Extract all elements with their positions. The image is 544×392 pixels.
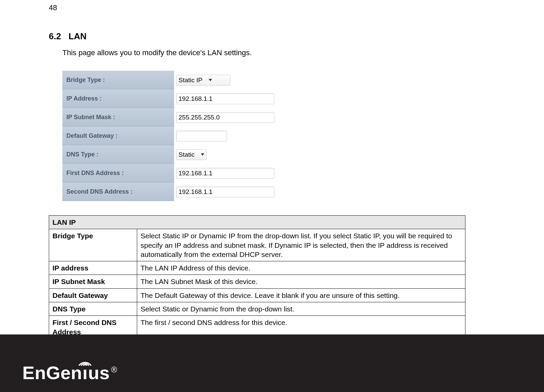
label-first-dns: First DNS Address : (62, 164, 174, 182)
label-subnet-mask: IP Subnet Mask : (62, 108, 174, 127)
row-ip-address: IP Address : (62, 89, 283, 108)
table-row: DNS Type Select Static or Dynamic from t… (49, 302, 465, 316)
table-desc: Select Static or Dynamic from the drop-d… (137, 302, 465, 316)
label-bridge-type: Bridge Type : (62, 71, 174, 89)
registered-mark: ® (111, 365, 117, 374)
first-dns-input[interactable] (176, 168, 274, 179)
label-second-dns: Second DNS Address : (62, 182, 174, 201)
chevron-down-icon (201, 153, 204, 156)
logo-text: EnGen ı us (22, 362, 110, 383)
row-second-dns: Second DNS Address : (62, 182, 283, 201)
dns-type-value: Static (179, 151, 195, 158)
table-desc: The LAN IP Address of this device. (137, 261, 465, 275)
table-label: IP Subnet Mask (49, 275, 137, 288)
row-subnet-mask: IP Subnet Mask : (62, 108, 283, 127)
table-label: Default Gateway (49, 288, 137, 302)
row-first-dns: First DNS Address : (62, 164, 283, 182)
label-ip-address: IP Address : (62, 89, 174, 108)
table-desc: The LAN Subnet Mask of this device. (137, 275, 465, 288)
engenius-logo: EnGen ı us ® (22, 362, 117, 383)
page-number: 48 (49, 3, 57, 12)
row-dns-type: DNS Type : Static (62, 145, 283, 164)
table-header-row: LAN IP (49, 216, 465, 229)
lan-form: Bridge Type : Static IP IP Address : IP … (62, 71, 283, 201)
chevron-down-icon (209, 79, 212, 81)
table-label: DNS Type (49, 302, 137, 316)
dns-type-select[interactable]: Static (176, 149, 207, 160)
table-row: IP Subnet Mask The LAN Subnet Mask of th… (49, 275, 465, 288)
table-desc: Select Static IP or Dynamic IP from the … (137, 229, 465, 261)
table-row: Bridge Type Select Static IP or Dynamic … (49, 229, 465, 261)
second-dns-input[interactable] (176, 187, 274, 197)
table-header: LAN IP (49, 216, 465, 229)
wifi-icon (78, 355, 92, 367)
row-default-gateway: Default Gateway : (62, 127, 283, 145)
ip-address-input[interactable] (176, 93, 274, 104)
row-bridge-type: Bridge Type : Static IP (62, 71, 283, 89)
section-number: 6.2 (49, 31, 61, 42)
page-footer: EnGen ı us ® (0, 334, 544, 392)
section-title: LAN (68, 31, 86, 41)
table-desc: The Default Gateway of this device. Leav… (137, 288, 465, 302)
label-default-gateway: Default Gateway : (62, 127, 174, 145)
bridge-type-value: Static IP (179, 77, 203, 84)
label-dns-type: DNS Type : (62, 145, 174, 164)
page-content: 6.2LAN This page allows you to modify th… (49, 31, 465, 339)
table-row: IP address The LAN IP Address of this de… (49, 261, 465, 275)
table-label: Bridge Type (49, 229, 137, 261)
section-heading: 6.2LAN (49, 31, 465, 42)
table-label: IP address (49, 261, 137, 275)
intro-text: This page allows you to modify the devic… (49, 48, 465, 57)
bridge-type-select[interactable]: Static IP (176, 75, 230, 86)
table-row: Default Gateway The Default Gateway of t… (49, 288, 465, 302)
default-gateway-input[interactable] (176, 131, 227, 141)
lan-ip-table: LAN IP Bridge Type Select Static IP or D… (49, 215, 465, 339)
subnet-mask-input[interactable] (176, 112, 274, 123)
